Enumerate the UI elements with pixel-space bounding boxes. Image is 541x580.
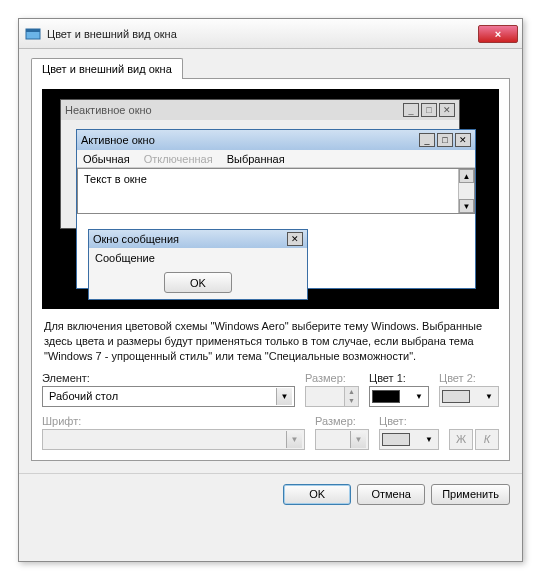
label-fsize: Размер: bbox=[315, 415, 369, 427]
menu-selected: Выбранная bbox=[227, 153, 285, 165]
tab-strip: Цвет и внешний вид окна bbox=[31, 57, 510, 78]
ok-button[interactable]: OK bbox=[283, 484, 351, 505]
color1-swatch bbox=[372, 390, 400, 403]
scrollbar: ▲ ▼ bbox=[458, 169, 474, 213]
chevron-down-icon: ▼ bbox=[482, 392, 496, 401]
font-size-combo: ▼ bbox=[315, 429, 369, 450]
maximize-icon: □ bbox=[421, 103, 437, 117]
apply-button[interactable]: Применить bbox=[431, 484, 510, 505]
italic-button: К bbox=[475, 429, 499, 450]
preview-area: Неактивное окно _ □ ✕ Активное окно _ bbox=[42, 89, 499, 309]
maximize-icon: □ bbox=[437, 133, 453, 147]
label-font: Шрифт: bbox=[42, 415, 305, 427]
preview-message-box: Окно сообщения ✕ Сообщение OK bbox=[88, 229, 308, 300]
dialog-body: Цвет и внешний вид окна Неактивное окно … bbox=[19, 49, 522, 473]
description-text: Для включения цветовой схемы "Windows Ae… bbox=[44, 319, 497, 364]
close-icon: ✕ bbox=[455, 133, 471, 147]
color2-swatch bbox=[442, 390, 470, 403]
label-color2: Цвет 2: bbox=[439, 372, 499, 384]
close-icon: ✕ bbox=[439, 103, 455, 117]
spin-down-icon: ▼ bbox=[345, 396, 358, 406]
minimize-icon: _ bbox=[419, 133, 435, 147]
preview-textarea: Текст в окне ▲ ▼ bbox=[77, 168, 475, 214]
menu-disabled: Отключенная bbox=[144, 153, 213, 165]
tab-panel: Неактивное окно _ □ ✕ Активное окно _ bbox=[31, 78, 510, 461]
chevron-down-icon: ▼ bbox=[276, 388, 292, 405]
tab-appearance[interactable]: Цвет и внешний вид окна bbox=[31, 58, 183, 79]
appearance-icon bbox=[25, 26, 41, 42]
size-spinner: ▲▼ bbox=[305, 386, 359, 407]
label-color1: Цвет 1: bbox=[369, 372, 429, 384]
close-icon: ✕ bbox=[287, 232, 303, 246]
row-element: Элемент: Рабочий стол ▼ Размер: ▲▼ Цвет … bbox=[42, 372, 499, 407]
color1-picker[interactable]: ▼ bbox=[369, 386, 429, 407]
scroll-up-icon: ▲ bbox=[459, 169, 474, 183]
inactive-window-title: Неактивное окно bbox=[65, 104, 152, 116]
row-font: Шрифт: ▼ Размер: ▼ Цвет: ▼ bbox=[42, 415, 499, 450]
element-combo[interactable]: Рабочий стол ▼ bbox=[42, 386, 295, 407]
chevron-down-icon: ▼ bbox=[422, 435, 436, 444]
chevron-down-icon: ▼ bbox=[350, 431, 366, 448]
cancel-button[interactable]: Отмена bbox=[357, 484, 425, 505]
msgbox-ok-button: OK bbox=[164, 272, 232, 293]
msgbox-title: Окно сообщения bbox=[93, 233, 179, 245]
font-color-swatch bbox=[382, 433, 410, 446]
font-combo: ▼ bbox=[42, 429, 305, 450]
svg-rect-1 bbox=[26, 29, 40, 32]
font-color-picker: ▼ bbox=[379, 429, 439, 450]
active-window-title: Активное окно bbox=[81, 134, 155, 146]
dialog-window: Цвет и внешний вид окна × Цвет и внешний… bbox=[18, 18, 523, 562]
msgbox-text: Сообщение bbox=[89, 248, 307, 268]
bold-button: Ж bbox=[449, 429, 473, 450]
element-value: Рабочий стол bbox=[49, 390, 118, 402]
chevron-down-icon: ▼ bbox=[412, 392, 426, 401]
textarea-content: Текст в окне bbox=[84, 173, 147, 185]
scroll-down-icon: ▼ bbox=[459, 199, 474, 213]
titlebar[interactable]: Цвет и внешний вид окна × bbox=[19, 19, 522, 49]
close-button[interactable]: × bbox=[478, 25, 518, 43]
label-size: Размер: bbox=[305, 372, 359, 384]
label-element: Элемент: bbox=[42, 372, 295, 384]
window-title: Цвет и внешний вид окна bbox=[47, 28, 478, 40]
dialog-footer: OK Отмена Применить bbox=[19, 473, 522, 515]
spin-up-icon: ▲ bbox=[345, 387, 358, 397]
chevron-down-icon: ▼ bbox=[286, 431, 302, 448]
label-fcolor: Цвет: bbox=[379, 415, 439, 427]
color2-picker: ▼ bbox=[439, 386, 499, 407]
menu-normal: Обычная bbox=[83, 153, 130, 165]
minimize-icon: _ bbox=[403, 103, 419, 117]
preview-menubar: Обычная Отключенная Выбранная bbox=[77, 150, 475, 168]
